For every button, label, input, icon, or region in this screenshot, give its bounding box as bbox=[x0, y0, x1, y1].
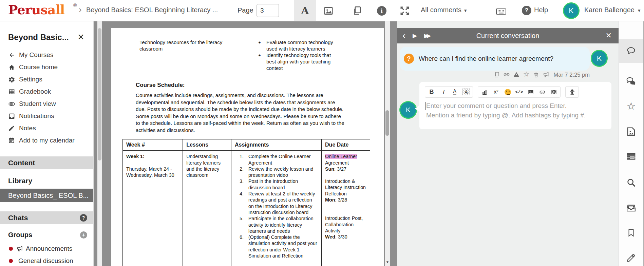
course-schedule-heading: Course Schedule: bbox=[136, 82, 384, 89]
text-a-icon: A bbox=[301, 5, 309, 17]
pencil-icon bbox=[8, 125, 19, 132]
code-button[interactable]: </> bbox=[513, 87, 525, 97]
library-header: Library bbox=[0, 177, 93, 185]
insert-link-button[interactable] bbox=[536, 87, 548, 97]
sidebar-item-add-to-calendar[interactable]: Add to my calendar bbox=[0, 134, 93, 147]
sidebar-item-notes[interactable]: Notes bbox=[0, 122, 93, 134]
bullet-item: ●Evaluate common technology used with li… bbox=[258, 39, 347, 52]
starred-comments-button[interactable]: ☆ bbox=[619, 98, 643, 113]
eye-icon bbox=[8, 100, 19, 108]
copy-comment-button[interactable] bbox=[492, 72, 502, 78]
chart-button[interactable] bbox=[479, 87, 490, 97]
sidebar-item-my-courses[interactable]: My Courses bbox=[0, 49, 93, 61]
groups-header: Groups + bbox=[0, 231, 93, 239]
caret-down-icon: ▾ bbox=[464, 7, 467, 13]
page-number-input[interactable] bbox=[257, 4, 279, 17]
sidebar-item-settings[interactable]: Settings bbox=[0, 73, 93, 86]
fullscreen-button[interactable] bbox=[399, 5, 411, 17]
calendar-icon bbox=[8, 137, 19, 144]
scrollbar-thumb[interactable] bbox=[385, 110, 389, 136]
emoji-button[interactable] bbox=[502, 87, 513, 97]
registered-mark: ® bbox=[73, 3, 77, 8]
close-sidebar-icon[interactable]: ✕ bbox=[77, 32, 84, 42]
annotate-button[interactable] bbox=[619, 250, 643, 265]
fast-forward-icon[interactable]: ▶▶ bbox=[424, 28, 429, 43]
image-icon bbox=[626, 127, 636, 137]
due-date-cell: Online Learner Agreement Sun: 3/27 Intro… bbox=[322, 151, 370, 266]
announce-comment-button[interactable] bbox=[541, 71, 551, 78]
document-viewer: Technology resources for the literacy cl… bbox=[94, 21, 397, 266]
comment-timestamp: Mar 7 2:25 pm bbox=[554, 72, 590, 78]
table-row: Week 1: Thursday, March 24 - Wednesday, … bbox=[123, 151, 370, 266]
play-icon[interactable]: ▶ bbox=[413, 28, 417, 43]
question-mark-icon: ? bbox=[404, 54, 414, 64]
comments-filter-dropdown[interactable]: All comments▾ bbox=[421, 6, 467, 14]
bookmarks-button[interactable] bbox=[619, 225, 643, 240]
chats-help-icon[interactable]: ? bbox=[80, 214, 87, 222]
document-scrollbar[interactable]: ▼ bbox=[385, 21, 390, 266]
star-comment-icon[interactable]: ☆ bbox=[522, 70, 531, 78]
breadcrumb[interactable]: Beyond Basics: ESOL Beginning Literacy .… bbox=[86, 6, 218, 14]
text-tool-button[interactable]: A bbox=[294, 0, 316, 21]
add-group-icon[interactable]: + bbox=[80, 231, 87, 239]
library-doc-selected[interactable]: Beyond Basics_ ESOL B... bbox=[0, 189, 93, 202]
editor-placeholder[interactable]: Enter your comment or question and press… bbox=[419, 98, 611, 120]
scroll-down-arrow-icon[interactable]: ▼ bbox=[385, 260, 390, 264]
scrollbar-thumb[interactable] bbox=[98, 28, 101, 160]
perusall-logo[interactable]: Perusall bbox=[8, 2, 64, 17]
help-icon[interactable]: ? bbox=[522, 6, 531, 15]
keyboard-icon bbox=[496, 6, 507, 17]
underline-button[interactable]: A bbox=[449, 87, 460, 97]
figures-button[interactable] bbox=[619, 124, 643, 139]
unread-dot bbox=[9, 259, 13, 263]
group-item-general-discussion[interactable]: General discussion bbox=[0, 255, 93, 266]
home-icon bbox=[8, 64, 19, 71]
prev-conversation-icon[interactable]: ‹ bbox=[402, 28, 405, 43]
user-avatar[interactable]: K bbox=[563, 2, 580, 19]
group-item-announcements[interactable]: Announcements bbox=[0, 243, 93, 254]
left-scrollbar[interactable] bbox=[97, 21, 102, 266]
top-header: Perusall ® › Beyond Basics: ESOL Beginni… bbox=[0, 0, 644, 21]
delete-comment-button[interactable] bbox=[531, 72, 541, 78]
anonymous-button[interactable] bbox=[566, 87, 578, 97]
insert-video-button[interactable] bbox=[548, 87, 560, 97]
sidebar-item-notifications[interactable]: Notifications bbox=[0, 110, 93, 122]
keyboard-shortcuts-button[interactable] bbox=[495, 6, 507, 17]
comment-editor[interactable]: B I A A x² </> Enter your comment or que… bbox=[419, 82, 611, 129]
insert-image-button[interactable] bbox=[525, 87, 536, 97]
copy-pages-button[interactable] bbox=[352, 5, 363, 17]
link-comment-button[interactable] bbox=[502, 71, 512, 78]
table-header-row: Week # Lessons Assignments Due Date bbox=[123, 139, 370, 151]
document-page[interactable]: Technology resources for the literacy cl… bbox=[111, 28, 384, 266]
user-menu[interactable]: Karen Ballengee▾ bbox=[584, 6, 640, 14]
speech-bubble-icon bbox=[626, 46, 637, 56]
all-conversations-button[interactable] bbox=[619, 74, 643, 89]
comment-author-avatar[interactable]: K bbox=[591, 50, 608, 67]
bookmark-icon bbox=[627, 228, 636, 238]
expand-arrows-icon bbox=[400, 6, 410, 16]
sidebar-item-student-view[interactable]: Student view bbox=[0, 98, 93, 110]
image-tool-button[interactable] bbox=[323, 5, 334, 17]
sidebar-item-course-home[interactable]: Course home bbox=[0, 61, 93, 73]
conversation-tool-button[interactable] bbox=[619, 43, 643, 58]
highlight-button[interactable]: A bbox=[460, 87, 472, 97]
bold-button[interactable]: B bbox=[426, 87, 437, 97]
help-link[interactable]: Help bbox=[534, 6, 548, 14]
lessons-cell: Understanding literacy learners and the … bbox=[183, 151, 231, 266]
highlighted-text[interactable]: Online Learner bbox=[325, 154, 357, 159]
content-section-header: Content bbox=[0, 156, 93, 169]
sidebar-item-gradebook[interactable]: Gradebook bbox=[0, 86, 93, 98]
outline-button[interactable] bbox=[619, 149, 643, 164]
objectives-table: Technology resources for the literacy cl… bbox=[136, 36, 351, 74]
close-conversation-icon[interactable]: ✕ bbox=[606, 28, 612, 43]
question-bubble[interactable]: ? Where can I find the online learner ag… bbox=[400, 47, 590, 71]
chats-section-header: Chats ? bbox=[0, 211, 93, 224]
flag-comment-button[interactable] bbox=[512, 71, 522, 78]
italic-button[interactable]: I bbox=[437, 87, 449, 97]
inbox-button[interactable] bbox=[619, 200, 643, 215]
search-button[interactable] bbox=[619, 175, 643, 190]
superscript-button[interactable]: x² bbox=[490, 87, 502, 97]
caret-down-icon: ▾ bbox=[638, 7, 641, 13]
info-button[interactable]: i bbox=[376, 5, 387, 17]
inbox-tray-icon bbox=[626, 203, 636, 213]
